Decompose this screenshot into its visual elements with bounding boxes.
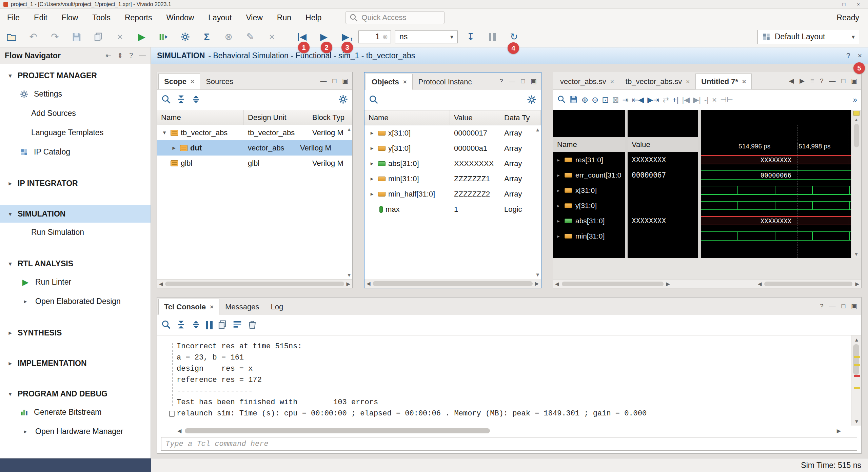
tab-vector-abs-sv[interactable]: vector_abs.sv × [554, 74, 620, 89]
search-icon[interactable] [369, 95, 379, 106]
tab-untitled-7[interactable]: Untitled 7* × [695, 74, 752, 89]
close-window-icon[interactable]: × [857, 1, 860, 7]
scroll-right-icon[interactable]: ▶ [346, 281, 350, 287]
wave-vscrollbar[interactable]: ▲ ▼ [851, 110, 861, 258]
copy-icon[interactable] [217, 320, 228, 331]
close-icon[interactable]: × [210, 303, 214, 311]
wave-hscrollbar[interactable]: ◀ ▶ ◀ ▶ [553, 279, 861, 288]
sidebar-section-project-manager[interactable]: ▾ PROJECT MANAGER [0, 67, 151, 84]
sidebar-section-program-and-debug[interactable]: ▾ PROGRAM AND DEBUG [0, 385, 151, 403]
prev-transition-icon[interactable]: ⇤◀ [632, 96, 644, 104]
tab-tb-vector-abs-sv[interactable]: tb_vector_abs.sv × [620, 74, 695, 89]
delete-icon[interactable]: × [111, 29, 129, 45]
layout-selector[interactable]: Default Layout ▾ [757, 30, 859, 44]
wave-signal-res[interactable]: ▸res[31:0] [553, 152, 625, 167]
help-icon[interactable]: ? [129, 52, 133, 60]
minimize-panel-icon[interactable]: — [139, 52, 146, 60]
tab-list-icon[interactable]: ≡ [810, 77, 814, 85]
word-wrap-icon[interactable] [232, 320, 242, 331]
close-icon[interactable]: × [191, 78, 194, 85]
menu-flow[interactable]: Flow [55, 9, 85, 26]
tcl-hscrollbar[interactable]: ◀ ▶ [157, 426, 861, 436]
menu-file[interactable]: File [0, 9, 27, 26]
close-icon[interactable]: × [686, 78, 690, 85]
copy-icon[interactable] [90, 29, 107, 45]
stop-icon[interactable]: × [263, 29, 281, 45]
open-project-icon[interactable] [3, 29, 20, 45]
column-splitter[interactable] [698, 110, 701, 258]
collapse-all-icon[interactable] [176, 320, 186, 331]
menu-window[interactable]: Window [159, 9, 201, 26]
help-icon[interactable]: ? [499, 78, 503, 85]
column-splitter[interactable] [625, 110, 628, 258]
close-icon[interactable]: × [403, 78, 407, 86]
console-vscrollbar[interactable]: ▲ ▼ [851, 335, 861, 426]
time-cursor[interactable] [848, 125, 848, 258]
save-icon[interactable] [68, 29, 85, 45]
objects-row-y[interactable]: ▸y[31:0] 000000a1 Array [364, 141, 541, 156]
minimize-panel-icon[interactable]: — [509, 78, 515, 85]
swap-icon[interactable]: ⇄ [663, 96, 669, 104]
sidebar-item-language-templates[interactable]: Language Templates [0, 123, 151, 142]
float-panel-icon[interactable]: ▣ [851, 302, 857, 310]
tab-sources[interactable]: Sources [200, 74, 239, 89]
error-marker[interactable] [854, 375, 860, 377]
scroll-left-icon[interactable]: ◀ [367, 281, 371, 287]
objects-row-min[interactable]: ▸min[31:0] ZZZZZZZ1 Array [364, 171, 541, 186]
close-icon[interactable]: × [610, 78, 614, 85]
sidebar-item-add-sources[interactable]: Add Sources [0, 104, 151, 123]
panel-settings-gear-icon[interactable] [338, 94, 348, 106]
tcl-console-output[interactable]: Incorrect res at time 515ns: a = 23, b =… [157, 335, 861, 426]
wave-signal-x[interactable]: ▸x[31:0] [553, 183, 625, 198]
scroll-right-icon[interactable]: ▶ [666, 281, 670, 287]
help-icon[interactable]: ? [820, 77, 824, 85]
sidebar-section-simulation[interactable]: ▾ SIMULATION [0, 205, 151, 223]
sidebar-section-implementation[interactable]: ▸ IMPLEMENTATION [0, 354, 151, 372]
sidebar-section-ip-integrator[interactable]: ▸ IP INTEGRATOR [0, 175, 151, 192]
scroll-up-icon[interactable]: ▲ [535, 127, 540, 132]
chevron-right-icon[interactable]: ▸ [369, 190, 375, 198]
quick-access-search[interactable]: Quick Access [346, 11, 445, 24]
maximize-panel-icon[interactable]: □ [521, 78, 525, 85]
probe-icon[interactable]: ✎ [241, 29, 259, 45]
scrollbar-thumb[interactable] [185, 428, 490, 433]
fit-width-icon[interactable]: ⊣⊢ [720, 96, 733, 104]
tab-log[interactable]: Log [265, 299, 289, 315]
column-header-name[interactable]: Name [157, 110, 244, 125]
scope-row-tb-vector-abs[interactable]: ▾ tb_vector_abs tb_vector_abs Verilog M [157, 125, 352, 140]
tab-tcl-console[interactable]: Tcl Console × [158, 299, 219, 315]
maximize-panel-icon[interactable]: □ [333, 77, 336, 85]
dock-icon[interactable]: ⇤ [105, 52, 111, 60]
time-unit-select[interactable]: ns ▾ [395, 30, 458, 43]
wave-signal-err-count[interactable]: ▸err_count[31:0 [553, 167, 625, 183]
remove-cursor-icon[interactable]: ⊠ [612, 95, 619, 105]
wave-signal-abs[interactable]: ▸abs[31:0] [553, 213, 625, 228]
report-sum-icon[interactable]: Σ [198, 29, 216, 45]
maximize-window-icon[interactable]: □ [842, 1, 845, 7]
objects-row-x[interactable]: ▸x[31:0] 00000017 Array [364, 125, 541, 141]
expand-all-icon[interactable] [191, 320, 201, 331]
scroll-right-icon[interactable]: ▶ [837, 428, 841, 434]
more-tools-icon[interactable]: » [853, 96, 857, 104]
minimize-window-icon[interactable]: — [826, 1, 831, 7]
menu-help[interactable]: Help [298, 9, 329, 26]
next-marker-icon[interactable]: ▶| [693, 96, 701, 104]
scrollbar-thumb[interactable] [373, 281, 533, 286]
chevron-right-icon[interactable]: ▸ [369, 145, 375, 152]
menu-edit[interactable]: Edit [27, 9, 55, 26]
chevron-down-icon[interactable]: ▾ [161, 129, 168, 136]
scroll-down-icon[interactable]: ▼ [854, 251, 859, 258]
redo-icon[interactable]: ↷ [46, 29, 64, 45]
search-icon[interactable] [161, 94, 171, 106]
maximize-panel-icon[interactable]: □ [842, 77, 845, 85]
objects-hscrollbar[interactable]: ◀ ▶ [364, 279, 541, 288]
search-icon[interactable] [557, 95, 566, 105]
scroll-right-icon[interactable]: ▶ [535, 281, 539, 287]
chevron-right-icon[interactable]: ▸ [369, 160, 375, 167]
menu-layout[interactable]: Layout [201, 9, 239, 26]
wave-name-header[interactable]: Name [553, 137, 625, 152]
scrollbar-thumb[interactable] [854, 124, 859, 147]
warning-marker[interactable] [854, 356, 860, 358]
scrollbar-thumb[interactable] [562, 282, 664, 286]
tab-scroll-left-icon[interactable]: ◀ [789, 77, 794, 85]
